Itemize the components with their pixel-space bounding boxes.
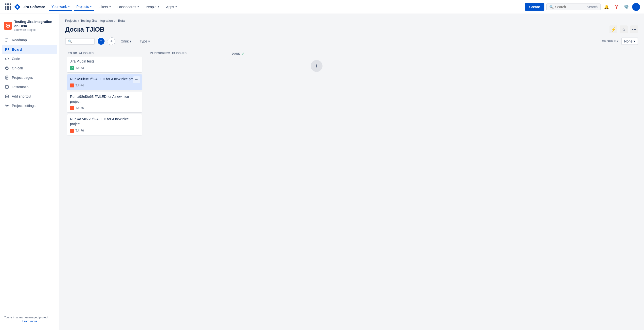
chevron-down-icon: ▾ — [176, 6, 177, 8]
card-menu-button[interactable]: ··· — [133, 76, 140, 83]
nav-your-work[interactable]: Your work ▾ — [49, 3, 72, 11]
sidebar-footer: You're in a team-managed project Learn m… — [0, 312, 59, 326]
add-column-button[interactable]: + — [311, 60, 322, 72]
board-card[interactable]: Run #90b3c0ff FAILED for A new nice proj… — [67, 74, 142, 90]
group-by-label: GROUP BY — [602, 40, 619, 43]
cards-done — [229, 58, 308, 60]
type-label: Type — [140, 39, 147, 43]
issue-type-icon: ! — [70, 83, 74, 87]
sidebar-item-code[interactable]: Code — [2, 54, 57, 63]
board-column-done: DONE ✓ — [229, 49, 308, 60]
breadcrumb: Projects / Testing Jira Integration on B… — [59, 14, 644, 25]
sidebar-item-on-call[interactable]: On-call — [2, 64, 57, 73]
svg-rect-5 — [5, 48, 6, 51]
add-member-filter[interactable]: + — [108, 37, 116, 45]
board-filters: 🔍 T + Эпик ▾ Type ▾ GROUP BY None ▾ — [59, 37, 644, 49]
sidebar-item-testomatio[interactable]: Testomatio — [2, 83, 57, 91]
column-title-done: DONE — [232, 52, 240, 55]
on-call-icon — [4, 66, 9, 71]
top-navigation: Jira Software Your work ▾ Projects ▾ Fil… — [0, 0, 644, 14]
board-card[interactable]: Jira Plugin tests ✓ TJI-73 — [67, 57, 142, 72]
learn-more-link[interactable]: Learn more — [4, 320, 55, 323]
board-icon — [4, 47, 9, 52]
settings-button[interactable]: ⚙️ — [622, 3, 630, 11]
svg-rect-3 — [6, 40, 8, 40]
sidebar-item-label: Board — [12, 47, 22, 51]
board-search-input[interactable] — [74, 40, 93, 43]
column-header-inprogress: IN PROGRESS 13 ISSUES — [147, 49, 226, 57]
column-title-todo: TO DO — [68, 52, 77, 55]
breadcrumb-projects[interactable]: Projects — [65, 19, 77, 23]
type-filter-button[interactable]: Type ▾ — [137, 38, 153, 45]
project-icon — [4, 22, 12, 30]
sidebar-item-project-pages[interactable]: Project pages — [2, 73, 57, 82]
chevron-down-icon: ▾ — [68, 5, 70, 8]
nav-people[interactable]: People ▾ — [143, 4, 162, 10]
nav-apps[interactable]: Apps ▾ — [164, 4, 179, 10]
lightning-button[interactable]: ⚡ — [610, 26, 617, 33]
epic-label: Эпик — [121, 39, 129, 43]
user-filter-avatar[interactable]: T — [97, 37, 105, 45]
chevron-down-icon: ▾ — [158, 6, 159, 8]
svg-point-20 — [6, 105, 8, 106]
breadcrumb-project-name[interactable]: Testing Jira Integration on Beta — [80, 19, 125, 23]
logo-text: Jira Software — [23, 5, 45, 9]
pages-icon — [4, 75, 9, 80]
svg-point-9 — [6, 67, 8, 70]
card-title: Run #a74c720f FAILED for A new nice proj… — [70, 117, 139, 126]
board-card[interactable]: Run #a74c720f FAILED for A new nice proj… — [67, 114, 142, 135]
jira-logo[interactable]: Jira Software — [14, 4, 45, 10]
sidebar-item-project-settings[interactable]: Project settings — [2, 101, 57, 110]
sidebar-item-label: Testomatio — [12, 85, 28, 89]
sidebar-project: Testing Jira Integration on Beta Softwar… — [0, 18, 59, 36]
group-by-value: None — [624, 39, 632, 43]
main-content: Projects / Testing Jira Integration on B… — [59, 14, 644, 330]
notifications-button[interactable]: 🔔 — [602, 3, 610, 11]
board-search[interactable]: 🔍 — [65, 38, 95, 45]
help-button[interactable]: ❓ — [612, 3, 620, 11]
sidebar-item-label: On-call — [12, 66, 23, 70]
testomatio-icon — [4, 84, 9, 89]
search-box[interactable]: 🔍 Search — [546, 4, 600, 10]
search-icon: 🔍 — [549, 5, 554, 9]
nav-projects[interactable]: Projects ▾ — [74, 3, 94, 11]
chevron-down-icon: ▾ — [148, 39, 150, 43]
card-title: Jira Plugin tests — [70, 59, 139, 64]
board-card[interactable]: Run #98ef0e63 FAILED for A new nice proj… — [67, 92, 142, 112]
create-button[interactable]: Create — [525, 3, 544, 11]
sidebar-item-roadmap[interactable]: Roadmap — [2, 36, 57, 45]
column-header-todo: TO DO 24 ISSUES — [65, 49, 144, 57]
epic-filter-button[interactable]: Эпик ▾ — [118, 38, 134, 45]
done-check-icon: ✓ — [242, 52, 245, 56]
nav-filters[interactable]: Filters ▾ — [96, 4, 113, 10]
group-by-select[interactable]: None ▾ — [621, 38, 638, 45]
page-header-actions: ⚡ ☆ ••• — [610, 26, 638, 33]
user-avatar[interactable]: T — [632, 3, 640, 11]
page-title: Доска TJIOB — [65, 26, 104, 33]
roadmap-icon — [4, 38, 9, 43]
column-count-todo: 24 ISSUES — [79, 52, 94, 55]
sidebar-item-add-shortcut[interactable]: Add shortcut — [2, 92, 57, 101]
svg-rect-4 — [6, 41, 7, 42]
more-options-button[interactable]: ••• — [630, 26, 638, 33]
settings-icon — [4, 103, 9, 108]
card-issue-id: TJI-75 — [76, 106, 84, 110]
svg-rect-7 — [8, 48, 9, 50]
add-shortcut-icon — [4, 94, 9, 99]
star-button[interactable]: ☆ — [620, 26, 628, 33]
sidebar-item-board[interactable]: Board — [2, 45, 57, 54]
search-input[interactable] — [555, 5, 585, 9]
card-title: Run #98ef0e63 FAILED for A new nice proj… — [70, 94, 139, 104]
chevron-down-icon: ▾ — [90, 5, 92, 8]
svg-point-1 — [7, 25, 9, 27]
card-issue-id: TJI-74 — [76, 84, 84, 87]
card-title: Run #90b3c0ff FAILED for A new nice proj… — [70, 77, 139, 82]
cards-inprogress — [147, 57, 226, 59]
page-header: Доска TJIOB ⚡ ☆ ••• — [59, 25, 644, 37]
issue-type-icon: ! — [70, 106, 74, 110]
board: TO DO 24 ISSUES Jira Plugin tests ✓ TJI-… — [59, 49, 644, 330]
team-managed-text: You're in a team-managed project — [4, 316, 48, 319]
app-switcher-button[interactable] — [4, 3, 12, 11]
nav-dashboards[interactable]: Dashboards ▾ — [115, 4, 142, 10]
chevron-down-icon: ▾ — [138, 6, 139, 8]
